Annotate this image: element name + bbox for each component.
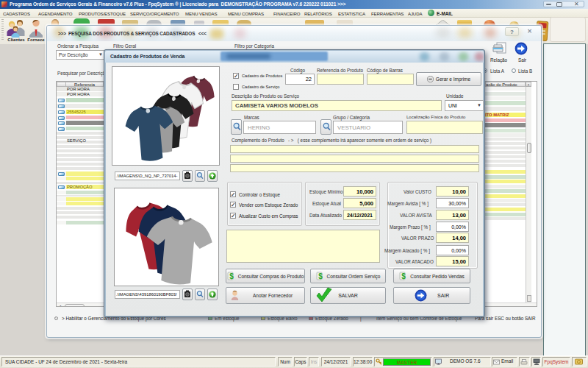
svg-text:$: $ [318, 272, 323, 280]
svg-text:$: $ [229, 272, 234, 280]
svg-text:$: $ [402, 272, 406, 280]
